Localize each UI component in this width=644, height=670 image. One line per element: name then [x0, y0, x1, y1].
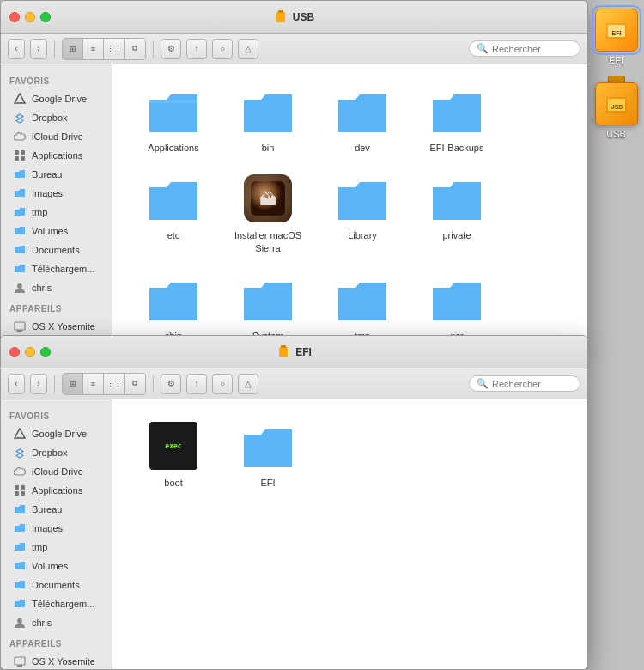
share-button[interactable]: ↑	[186, 39, 207, 59]
download-folder-icon	[13, 262, 27, 276]
svg-rect-0	[276, 12, 285, 22]
arrange-button[interactable]: ⚙	[161, 39, 181, 59]
sidebar-item-images[interactable]: Images	[4, 184, 108, 203]
sidebar-item-applications-efi[interactable]: Applications	[4, 481, 108, 500]
file-item-etc[interactable]: etc	[126, 166, 221, 259]
file-item-usr[interactable]: usr	[410, 266, 504, 343]
sidebar-item-volumes-efi[interactable]: Volumes	[4, 557, 108, 576]
applications-icon	[13, 149, 27, 162]
sidebar-item-documents-efi[interactable]: Documents	[4, 576, 108, 594]
file-label-efi: EFI	[260, 477, 275, 489]
installer-icon: 🏔	[240, 171, 295, 226]
dropbox-button-efi[interactable]: △	[238, 374, 258, 394]
sidebar-item-documents[interactable]: Documents	[4, 241, 108, 259]
titlebar-center: USB	[9, 10, 579, 24]
arrange-button-efi[interactable]: ⚙	[161, 374, 181, 394]
toolbar-efi: ‹ › ⊞ ≡ ⋮⋮ ⧉ ⚙ ↑ ○ △ 🔍	[1, 368, 587, 399]
tags-button[interactable]: ○	[212, 39, 233, 59]
sidebar-item-icloud[interactable]: iCloud Drive	[4, 127, 108, 146]
sidebar-item-tmp[interactable]: tmp	[4, 203, 108, 222]
file-item-sbin[interactable]: sbin	[126, 266, 221, 343]
close-button-efi[interactable]	[9, 347, 20, 357]
sidebar-item-applications[interactable]: Applications	[4, 146, 108, 165]
desktop: USB ‹ › ⊞ ≡ ⋮⋮ ⧉ ⚙ ↑ ○ △ 🔍	[0, 0, 588, 670]
dropbox-button[interactable]: △	[238, 39, 258, 59]
file-item-efi[interactable]: EFI	[221, 413, 315, 494]
sidebar-item-yosemite[interactable]: OS X Yosemite	[4, 317, 108, 336]
share-button-efi[interactable]: ↑	[186, 374, 207, 394]
sidebar-item-bureau-efi[interactable]: Bureau	[4, 500, 108, 519]
sidebar-item-google-drive-efi[interactable]: Google Drive	[4, 424, 108, 443]
tmp-folder-icon-efi	[13, 540, 27, 554]
sidebar-label-tmp-efi: tmp	[32, 542, 47, 552]
drive-item-usb[interactable]: USB USB	[595, 82, 638, 139]
search-box[interactable]: 🔍	[469, 40, 580, 57]
sidebar-item-volumes[interactable]: Volumes	[4, 222, 108, 241]
folder-icon-efi	[240, 418, 295, 473]
close-button[interactable]	[9, 12, 20, 22]
sidebar-item-telechargements-efi[interactable]: Téléchargem...	[4, 594, 108, 613]
sidebar-item-icloud-efi[interactable]: iCloud Drive	[4, 462, 108, 481]
minimize-button-efi[interactable]	[25, 347, 35, 357]
content-area-usb: Applications bin dev	[112, 64, 587, 343]
forward-button[interactable]: ›	[30, 39, 47, 59]
exec-icon-boot: exec	[146, 418, 201, 473]
window-body-usb: Favoris Google Drive Dropbox	[1, 64, 587, 343]
folder-icon-efi-backups	[429, 83, 484, 138]
file-item-dev[interactable]: dev	[315, 78, 410, 159]
sidebar-item-tmp-efi[interactable]: tmp	[4, 538, 108, 557]
file-item-applications[interactable]: Applications	[126, 78, 221, 159]
svg-rect-15	[281, 345, 286, 348]
file-item-boot[interactable]: exec boot	[126, 413, 221, 494]
sidebar-item-bureau[interactable]: Bureau	[4, 165, 108, 184]
sidebar-item-dropbox[interactable]: Dropbox	[4, 108, 108, 127]
file-label-etc: etc	[167, 229, 180, 241]
sidebar-item-google-drive[interactable]: Google Drive	[4, 89, 108, 108]
sidebar-item-dropbox-efi[interactable]: Dropbox	[4, 443, 108, 462]
sidebar-item-telechargements[interactable]: Téléchargem...	[4, 259, 108, 278]
usb-connector	[608, 76, 625, 82]
file-item-tmp[interactable]: tmp	[315, 266, 410, 343]
sidebar-item-yosemite-efi[interactable]: OS X Yosemite	[4, 652, 108, 669]
maximize-button-efi[interactable]	[40, 347, 51, 357]
cover-view-button-efi[interactable]: ⧉	[125, 374, 145, 394]
back-button-efi[interactable]: ‹	[8, 374, 25, 394]
icon-view-button[interactable]: ⊞	[63, 39, 83, 59]
file-item-efi-backups[interactable]: EFI-Backups	[410, 78, 504, 159]
file-item-private[interactable]: private	[410, 166, 504, 259]
file-item-system[interactable]: System	[221, 266, 315, 343]
finder-window-usb: USB ‹ › ⊞ ≡ ⋮⋮ ⧉ ⚙ ↑ ○ △ 🔍	[0, 0, 588, 344]
drive-item-efi[interactable]: EFI EFI	[595, 9, 638, 65]
dropbox-icon-efi	[13, 446, 27, 460]
file-item-bin[interactable]: bin	[221, 78, 315, 159]
sidebar-item-chris[interactable]: chris	[4, 278, 108, 297]
maximize-button[interactable]	[40, 12, 51, 22]
svg-marker-16	[15, 429, 25, 438]
search-input[interactable]	[492, 44, 573, 54]
search-box-efi[interactable]: 🔍	[469, 375, 580, 392]
search-input-efi[interactable]	[492, 379, 573, 389]
file-item-library[interactable]: Library	[315, 166, 410, 259]
usb-drive-title-icon	[274, 10, 288, 24]
file-item-installer[interactable]: 🏔 Installer macOS Sierra	[221, 166, 315, 259]
tags-button-efi[interactable]: ○	[212, 374, 233, 394]
file-label-applications: Applications	[148, 142, 198, 154]
file-label-efi-backups: EFI-Backups	[430, 142, 484, 154]
column-view-button-efi[interactable]: ⋮⋮	[104, 374, 125, 394]
view-mode-group-efi: ⊞ ≡ ⋮⋮ ⧉	[62, 373, 146, 395]
back-button[interactable]: ‹	[8, 39, 25, 59]
forward-button-efi[interactable]: ›	[30, 374, 47, 394]
cover-view-button[interactable]: ⧉	[125, 39, 145, 59]
list-view-button-efi[interactable]: ≡	[83, 374, 104, 394]
user-icon-efi	[13, 616, 27, 630]
sidebar-item-chris-efi[interactable]: chris	[4, 613, 108, 632]
column-view-button[interactable]: ⋮⋮	[104, 39, 125, 59]
toolbar-separator-2	[153, 40, 154, 58]
list-view-button[interactable]: ≡	[83, 39, 104, 59]
efi-drive-label: EFI	[609, 55, 623, 65]
sidebar-section-favoris-efi: Favoris	[1, 405, 112, 424]
minimize-button[interactable]	[25, 12, 35, 22]
sidebar-label-telechargements-efi: Téléchargem...	[32, 599, 94, 609]
sidebar-item-images-efi[interactable]: Images	[4, 519, 108, 538]
icon-view-button-efi[interactable]: ⊞	[63, 374, 83, 394]
